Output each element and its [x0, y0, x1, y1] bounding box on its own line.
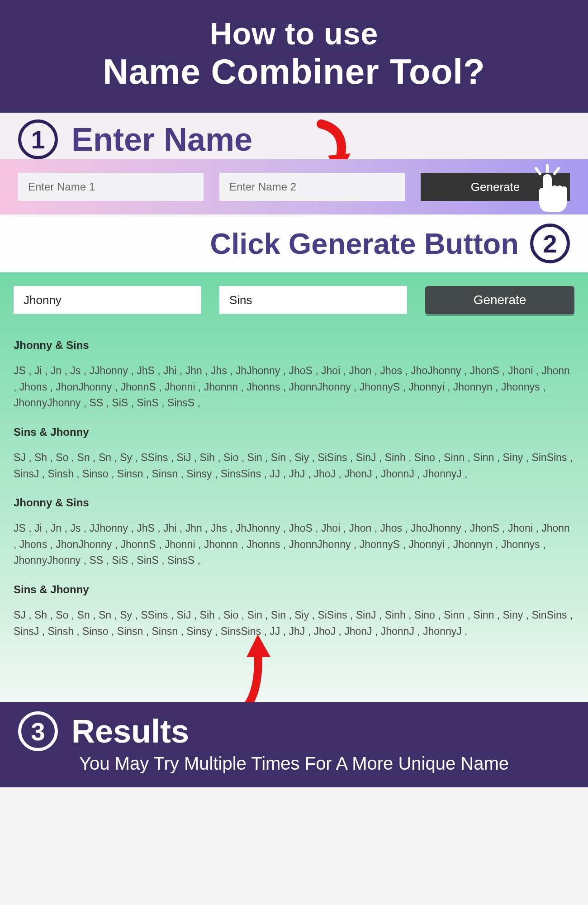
result-block: Sins & Jhonny SJ , Sh , So , Sn , Sn , S… [14, 583, 574, 639]
result-block: Sins & Jhonny SJ , Sh , So , Sn , Sn , S… [14, 426, 574, 482]
results-input-row: Generate [14, 286, 574, 314]
result-text: JS , Ji , Jn , Js , JJhonny , JhS , Jhi … [14, 520, 574, 569]
result-heading: Jhonny & Sins [14, 496, 574, 509]
step2-number-badge: 2 [530, 224, 570, 263]
header-line1: How to use [9, 16, 579, 51]
result-block: Jhonny & Sins JS , Ji , Jn , Js , JJhonn… [14, 496, 574, 569]
results-name2-input[interactable] [219, 286, 407, 314]
step2-label: Click Generate Button [210, 227, 519, 261]
result-text: JS , Ji , Jn , Js , JJhonny , JhS , Jhi … [14, 363, 574, 411]
result-heading: Sins & Jhonny [14, 426, 574, 438]
results-name1-input[interactable] [14, 286, 201, 314]
footer: 3 Results You May Try Multiple Times For… [0, 702, 588, 787]
results-generate-button[interactable]: Generate [425, 286, 574, 314]
result-heading: Jhonny & Sins [14, 339, 574, 352]
name2-input[interactable] [219, 173, 405, 201]
header: How to use Name Combiner Tool? [0, 0, 588, 113]
header-line2: Name Combiner Tool? [9, 51, 579, 92]
step3-label: Results [71, 713, 189, 750]
arrow-up-icon [235, 625, 289, 702]
name1-input[interactable] [18, 173, 204, 201]
generate-button[interactable]: Generate [421, 173, 570, 201]
step1-bar: 1 Enter Name [0, 113, 588, 159]
footer-subtext: You May Try Multiple Times For A More Un… [18, 753, 570, 774]
result-block: Jhonny & Sins JS , Ji , Jn , Js , JJhonn… [14, 339, 574, 411]
step1-label: Enter Name [71, 121, 252, 158]
step3-number-badge: 3 [18, 711, 58, 751]
result-text: SJ , Sh , So , Sn , Sn , Sy , SSins , Si… [14, 450, 574, 482]
step2-bar: Click Generate Button 2 [0, 214, 588, 272]
input-bar: Generate [0, 159, 588, 214]
step1-number-badge: 1 [18, 119, 58, 159]
results-panel: Generate Jhonny & Sins JS , Ji , Jn , Js… [0, 272, 588, 702]
step3-bar: 3 Results [18, 711, 570, 751]
result-heading: Sins & Jhonny [14, 583, 574, 596]
result-text: SJ , Sh , So , Sn , Sn , Sy , SSins , Si… [14, 607, 574, 639]
